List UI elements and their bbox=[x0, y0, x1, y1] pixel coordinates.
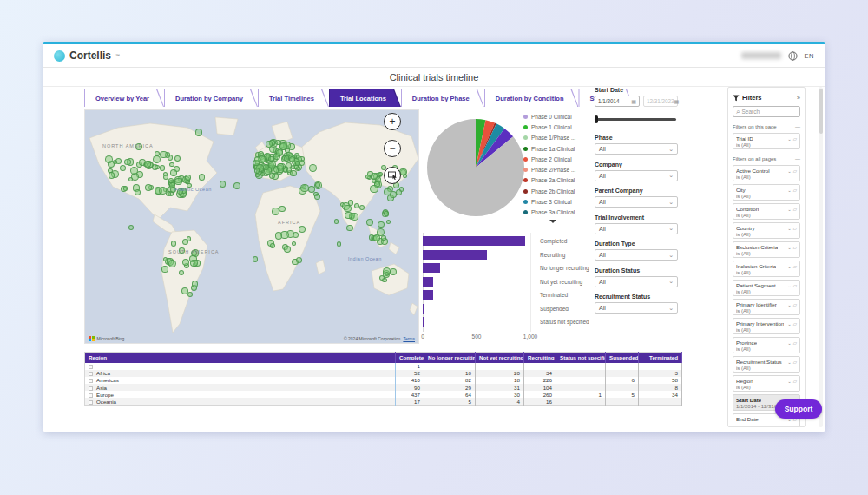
column-header-recruiting[interactable]: Recruiting bbox=[524, 353, 556, 363]
legend-item[interactable]: Phase 1/Phase ... bbox=[523, 133, 598, 143]
chevron-down-icon[interactable]: ⌄ bbox=[787, 188, 792, 193]
slicer-dropdown[interactable]: All⌄ bbox=[595, 302, 678, 314]
chevron-down-icon[interactable]: ⌄ bbox=[787, 245, 792, 250]
eraser-icon[interactable]: ▱ bbox=[793, 188, 797, 193]
bar-no-longer-recruiting[interactable] bbox=[423, 263, 440, 273]
legend-item[interactable]: Phase 3a Clinical bbox=[523, 208, 598, 218]
chevron-down-icon[interactable]: ⌄ bbox=[787, 321, 792, 327]
column-header-completed[interactable]: Completed bbox=[396, 353, 424, 363]
chevron-down-icon[interactable]: ⌄ bbox=[787, 226, 792, 231]
legend-item[interactable]: Phase 2b Clinical bbox=[523, 186, 598, 196]
recruitment-bar-chart[interactable] bbox=[423, 234, 537, 329]
slicer-dropdown[interactable]: All⌄ bbox=[595, 196, 678, 208]
eraser-icon[interactable]: ▱ bbox=[793, 226, 797, 231]
phase-pie-chart[interactable] bbox=[423, 115, 529, 221]
filter-card-condition[interactable]: Condition⌄▱is (All) bbox=[733, 203, 800, 220]
filter-card-recruitment-status[interactable]: Recruitment Status⌄▱is (All) bbox=[733, 356, 800, 373]
row-checkbox[interactable] bbox=[89, 400, 93, 405]
map-zoom-out-button[interactable]: − bbox=[384, 140, 401, 157]
bar-suspended[interactable] bbox=[423, 304, 424, 314]
bar-recruiting[interactable] bbox=[423, 250, 487, 260]
map-zoom-in-button[interactable]: + bbox=[384, 113, 401, 130]
eraser-icon[interactable]: ▱ bbox=[793, 283, 797, 288]
table-row[interactable]: 1 bbox=[85, 363, 682, 370]
chevron-down-icon[interactable]: ⌄ bbox=[787, 302, 792, 307]
legend-item[interactable]: Phase 2/Phase ... bbox=[523, 164, 598, 175]
eraser-icon[interactable]: ▱ bbox=[793, 168, 797, 174]
filter-search[interactable]: ⌕ bbox=[733, 106, 800, 117]
start-date-input[interactable]: 1/1/2014 ▦ bbox=[595, 96, 640, 107]
slicer-dropdown[interactable]: All⌄ bbox=[595, 223, 678, 234]
support-button[interactable]: Support bbox=[775, 399, 822, 419]
bar-terminated[interactable] bbox=[423, 290, 433, 300]
filter-search-input[interactable] bbox=[741, 109, 793, 115]
eraser-icon[interactable]: ▱ bbox=[793, 379, 797, 384]
filter-card-province[interactable]: Province⌄▱is (All) bbox=[733, 337, 800, 353]
column-header-status-not-specified[interactable]: Status not specified bbox=[556, 353, 606, 363]
eraser-icon[interactable]: ▱ bbox=[793, 136, 797, 142]
table-row[interactable]: Asia9029311048 bbox=[85, 384, 682, 391]
slider-handle[interactable] bbox=[595, 116, 598, 123]
filter-card-country[interactable]: Country⌄▱is (All) bbox=[733, 222, 800, 239]
row-checkbox[interactable] bbox=[89, 393, 93, 398]
tab-duration-by-company[interactable]: Duration by Company bbox=[164, 89, 258, 107]
chevron-down-icon[interactable]: ⌄ bbox=[787, 283, 792, 288]
column-header-no-longer-recruiting[interactable]: No longer recruiting bbox=[424, 353, 476, 363]
slicer-dropdown[interactable]: All⌄ bbox=[595, 170, 678, 182]
chevron-down-icon[interactable]: ⌄ bbox=[787, 340, 792, 346]
map-terms-link[interactable]: Terms bbox=[403, 336, 415, 341]
legend-item[interactable]: Phase 2a Clinical bbox=[523, 175, 598, 186]
bar-completed[interactable] bbox=[423, 236, 525, 246]
table-row[interactable]: Oceania175416 bbox=[85, 398, 682, 405]
slicer-dropdown[interactable]: All⌄ bbox=[595, 276, 678, 287]
filter-card-primary-intervention[interactable]: Primary Intervention⌄▱is (All) bbox=[733, 318, 800, 334]
trial-locations-map[interactable]: NORTH AMERICAAtlantic OceanSOUTH AMERICA… bbox=[84, 109, 419, 344]
legend-item[interactable]: Phase 2 Clinical bbox=[523, 154, 598, 164]
legend-item[interactable]: Phase 1a Clinical bbox=[523, 143, 598, 154]
tab-trial-timelines[interactable]: Trial Timelines bbox=[258, 89, 329, 107]
collapse-section-icon[interactable]: — bbox=[795, 156, 800, 162]
filter-card-city[interactable]: City⌄▱is (All) bbox=[733, 184, 800, 201]
table-row[interactable]: Americas4108218226658 bbox=[85, 377, 682, 384]
column-header-suspended[interactable]: Suspended bbox=[606, 353, 639, 363]
collapse-section-icon[interactable]: — bbox=[795, 124, 800, 129]
row-checkbox[interactable] bbox=[89, 379, 93, 383]
filter-card-trial-id[interactable]: Trial ID⌄▱is (All) bbox=[733, 133, 800, 149]
tab-duration-by-phase[interactable]: Duration by Phase bbox=[401, 89, 484, 107]
eraser-icon[interactable]: ▱ bbox=[793, 302, 797, 307]
scrollbar-thumb[interactable] bbox=[819, 89, 823, 134]
chevron-down-icon[interactable]: ⌄ bbox=[787, 207, 792, 212]
row-checkbox[interactable] bbox=[89, 372, 93, 376]
eraser-icon[interactable]: ▱ bbox=[793, 360, 797, 365]
pane-scrollbar[interactable] bbox=[819, 87, 823, 427]
eraser-icon[interactable]: ▱ bbox=[793, 207, 797, 212]
tab-duration-by-condition[interactable]: Duration by Condition bbox=[484, 89, 579, 107]
bar-not-yet-recruiting[interactable] bbox=[423, 277, 433, 287]
eraser-icon[interactable]: ▱ bbox=[793, 245, 797, 250]
legend-item[interactable]: Phase 3 Clinical bbox=[523, 196, 598, 207]
tab-overview-by-year[interactable]: Overview by Year bbox=[84, 89, 164, 107]
filter-card-exclusion-criteria[interactable]: Exclusion Criteria⌄▱is (All) bbox=[733, 241, 800, 258]
chevron-down-icon[interactable]: ⌄ bbox=[787, 264, 792, 269]
filter-card-active-control[interactable]: Active Control⌄▱is (All) bbox=[733, 165, 800, 182]
column-header-region[interactable]: Region bbox=[85, 353, 396, 363]
filter-card-region[interactable]: Region⌄▱is (All) bbox=[733, 375, 800, 392]
globe-icon[interactable] bbox=[788, 51, 798, 61]
column-header-not-yet-recruiting[interactable]: Not yet recruiting bbox=[476, 353, 524, 363]
table-row[interactable]: Europe43764302601534 bbox=[85, 391, 682, 398]
map-pan-button[interactable] bbox=[384, 167, 401, 184]
table-row[interactable]: Africa521020343 bbox=[85, 370, 682, 377]
tab-trial-locations[interactable]: Trial Locations bbox=[329, 89, 401, 107]
date-range-slider[interactable] bbox=[595, 116, 676, 123]
chevron-down-icon[interactable]: ⌄ bbox=[787, 168, 792, 174]
filter-card-primary-identifier[interactable]: Primary Identifier⌄▱is (All) bbox=[733, 299, 800, 315]
legend-item[interactable]: Phase 1 Clinical bbox=[523, 122, 598, 132]
chevron-down-icon[interactable]: ⌄ bbox=[787, 379, 792, 384]
end-date-input[interactable]: 12/31/2023 ▦ bbox=[643, 96, 678, 107]
language-selector[interactable]: EN bbox=[805, 52, 814, 60]
chevron-down-icon[interactable]: ⌄ bbox=[787, 136, 792, 142]
slicer-dropdown[interactable]: All⌄ bbox=[595, 249, 678, 261]
eraser-icon[interactable]: ▱ bbox=[793, 340, 797, 346]
expand-pane-icon[interactable]: » bbox=[797, 95, 800, 101]
legend-scroll-down-icon[interactable] bbox=[549, 220, 556, 223]
